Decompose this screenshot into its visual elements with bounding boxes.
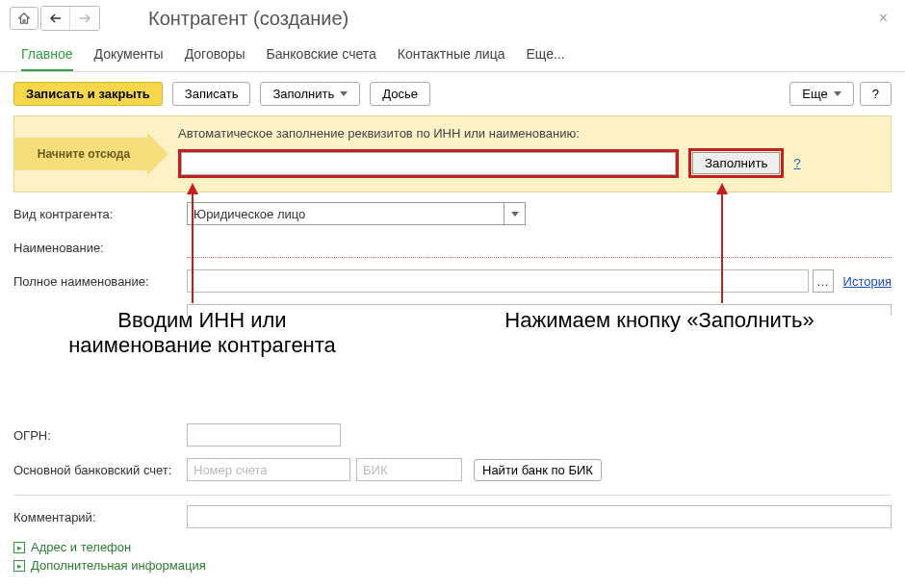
full-name-dots-button[interactable]: … bbox=[813, 269, 834, 293]
bank-label: Основной банковский счет: bbox=[13, 463, 187, 477]
fill-dropdown-button[interactable]: Заполнить bbox=[260, 82, 360, 106]
save-button[interactable]: Записать bbox=[172, 82, 251, 106]
form-area: Вид контрагента: Юридическое лицо Наимен… bbox=[0, 192, 905, 573]
tab-contacts[interactable]: Контактные лица bbox=[398, 40, 505, 71]
arrow-right-icon bbox=[79, 13, 90, 23]
expand-address[interactable]: ▸ Адрес и телефон bbox=[13, 540, 892, 554]
tab-bank-accounts[interactable]: Банковские счета bbox=[267, 40, 376, 71]
forward-button[interactable] bbox=[70, 7, 99, 30]
chevron-right-icon: ▸ bbox=[13, 560, 25, 572]
bik-input[interactable] bbox=[356, 458, 462, 481]
autofill-label: Автоматическое заполнение реквизитов по … bbox=[178, 126, 877, 141]
expand-address-label: Адрес и телефон bbox=[31, 540, 131, 554]
close-button[interactable]: × bbox=[871, 10, 895, 27]
chevron-right-icon: ▸ bbox=[13, 542, 25, 553]
ogrn-input[interactable] bbox=[187, 423, 341, 447]
tab-more[interactable]: Еще... bbox=[526, 40, 564, 71]
save-close-button[interactable]: Записать и закрыть bbox=[13, 82, 163, 106]
separator bbox=[13, 495, 892, 496]
comment-input[interactable] bbox=[187, 505, 892, 528]
ogrn-label: ОГРН: bbox=[13, 428, 187, 443]
caret-down-icon bbox=[340, 91, 348, 96]
home-icon bbox=[17, 12, 31, 25]
name-input[interactable] bbox=[187, 237, 892, 258]
autofill-help[interactable]: ? bbox=[793, 156, 800, 170]
autofill-hint-block: Начните отсюда Автоматическое заполнение… bbox=[13, 115, 892, 192]
start-here-arrow: Начните отсюда bbox=[14, 135, 168, 173]
more-label: Еще bbox=[802, 87, 827, 101]
full-name-input[interactable] bbox=[187, 269, 809, 293]
arrow-head-icon bbox=[147, 133, 168, 175]
tab-main[interactable]: Главное bbox=[21, 40, 73, 71]
page-title: Контрагент (создание) bbox=[148, 8, 349, 30]
history-link[interactable]: История bbox=[843, 274, 892, 289]
tab-bar: Главное Документы Договоры Банковские сч… bbox=[0, 35, 905, 72]
home-button[interactable] bbox=[10, 7, 39, 30]
name-label: Наименование: bbox=[13, 241, 187, 255]
help-button[interactable]: ? bbox=[860, 82, 892, 106]
autofill-button[interactable]: Заполнить bbox=[692, 152, 780, 174]
type-label: Вид контрагента: bbox=[13, 207, 187, 221]
multiline-continuation[interactable] bbox=[187, 304, 892, 316]
find-bank-button[interactable]: Найти банк по БИК bbox=[474, 459, 602, 481]
tab-contracts[interactable]: Договоры bbox=[185, 40, 246, 71]
autofill-input[interactable] bbox=[178, 149, 679, 178]
start-here-label: Начните отсюда bbox=[14, 138, 147, 170]
type-select[interactable]: Юридическое лицо bbox=[187, 202, 526, 225]
nav-back-forward bbox=[40, 6, 100, 31]
full-name-label: Полное наименование: bbox=[13, 274, 187, 289]
comment-label: Комментарий: bbox=[13, 510, 187, 524]
back-button[interactable] bbox=[41, 7, 70, 30]
tab-documents[interactable]: Документы bbox=[94, 40, 164, 71]
arrow-left-icon bbox=[50, 13, 62, 23]
account-input[interactable] bbox=[187, 458, 350, 481]
type-value: Юридическое лицо bbox=[187, 202, 504, 225]
expand-extra-label: Дополнительная информация bbox=[31, 558, 206, 573]
fill-dropdown-label: Заполнить bbox=[272, 87, 334, 101]
type-caret[interactable] bbox=[504, 202, 526, 225]
caret-down-icon bbox=[511, 212, 519, 217]
more-button[interactable]: Еще bbox=[789, 82, 853, 106]
dossier-button[interactable]: Досье bbox=[370, 82, 430, 106]
expand-extra[interactable]: ▸ Дополнительная информация bbox=[13, 558, 892, 573]
fill-button-highlight: Заполнить bbox=[688, 148, 784, 178]
caret-down-icon bbox=[834, 91, 841, 96]
header-bar: Контрагент (создание) × bbox=[0, 0, 905, 35]
toolbar: Записать и закрыть Записать Заполнить До… bbox=[0, 72, 905, 115]
